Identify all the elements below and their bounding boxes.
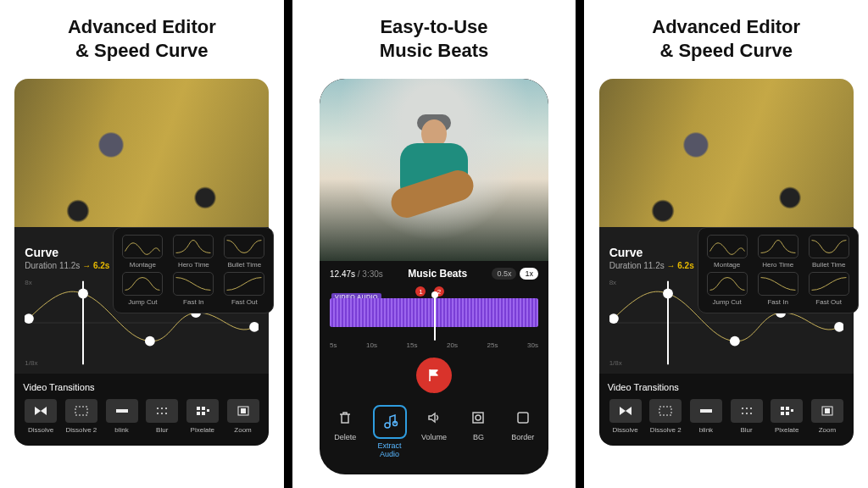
panel-editor-right: Advanced Editor & Speed Curve Montage He…	[576, 0, 868, 488]
y-axis-min: 1/8x	[25, 359, 37, 367]
curve-preset-hero-time[interactable]: Hero Time	[170, 235, 217, 269]
svg-rect-41	[786, 407, 789, 410]
editor-card: Montage Hero Time Bullet Time Jump Cut F…	[599, 79, 854, 446]
svg-point-31	[834, 322, 843, 332]
music-card: 12.47s / 3:30s Music Beats 0.5x 1x VIDEO…	[320, 79, 548, 474]
video-preview[interactable]	[599, 79, 854, 244]
svg-rect-33	[700, 409, 712, 413]
transition-dissolve[interactable]: Dissolve	[608, 399, 643, 434]
time-ticks: 5s 10s 15s 20s 25s 30s	[330, 341, 538, 349]
add-beat-flag-button[interactable]	[416, 358, 452, 393]
transitions-row: Dissolve Dissolve 2 blink Blur Pixelate	[23, 399, 260, 434]
svg-rect-25	[518, 413, 528, 423]
transition-dissolve2[interactable]: Dissolve 2	[64, 399, 99, 434]
panel-title: Easy-to-Use Music Beats	[380, 15, 488, 62]
video-preview[interactable]	[320, 79, 548, 261]
transitions-panel: Video Transitions Dissolve Dissolve 2 bl…	[14, 374, 269, 446]
tool-delete[interactable]: Delete	[323, 405, 367, 459]
curve-preset-fast-out[interactable]: Fast Out	[220, 272, 268, 306]
svg-point-12	[161, 413, 163, 414]
svg-point-37	[742, 413, 743, 414]
guitarist-figure	[383, 119, 485, 238]
title-line-2: Music Beats	[380, 40, 488, 61]
curve-preset-grid: Montage Hero Time Bullet Time Jump Cut F…	[119, 235, 268, 306]
title-line-1: Advanced Editor	[652, 16, 800, 37]
transitions-panel: Video Transitions Dissolve Dissolve 2 bl…	[599, 374, 854, 446]
transition-pixelate[interactable]: Pixelate	[769, 399, 804, 434]
curve-preset-jump-cut[interactable]: Jump Cut	[704, 272, 751, 306]
transitions-title: Video Transitions	[23, 382, 260, 392]
curve-preset-bullet-time[interactable]: Bullet Time	[805, 235, 853, 269]
dissolve2-icon	[65, 399, 97, 423]
panel-editor-left: Advanced Editor & Speed Curve Montage He…	[0, 0, 284, 488]
svg-point-5	[249, 322, 259, 332]
svg-point-34	[742, 408, 743, 409]
transition-blink[interactable]: blink	[688, 399, 724, 434]
panel-music-beats: Easy-to-Use Music Beats 12.47s / 3:30s M…	[284, 0, 576, 488]
tool-bg[interactable]: BG	[456, 405, 500, 459]
y-axis-max: 8x	[25, 279, 31, 286]
svg-point-35	[746, 408, 748, 409]
svg-rect-40	[781, 407, 784, 410]
transition-blink[interactable]: blink	[104, 399, 140, 434]
curve-preset-fast-in[interactable]: Fast In	[170, 272, 217, 306]
playhead[interactable]	[434, 295, 436, 341]
transition-blur[interactable]: Blur	[729, 399, 765, 434]
curve-preset-montage[interactable]: Montage	[704, 235, 751, 269]
tool-label: ExtractAudio	[367, 442, 411, 459]
curve-preset-hero-time[interactable]: Hero Time	[754, 235, 802, 269]
svg-point-11	[157, 413, 159, 414]
svg-point-3	[145, 336, 155, 347]
title-line-1: Advanced Editor	[68, 16, 216, 37]
transition-dissolve2[interactable]: Dissolve 2	[648, 399, 683, 434]
tool-volume[interactable]: Volume	[412, 405, 456, 459]
svg-point-8	[157, 408, 159, 409]
transition-zoom[interactable]: Zoom	[810, 399, 845, 434]
svg-rect-44	[791, 409, 793, 412]
speed-05x[interactable]: 0.5x	[492, 268, 516, 280]
transition-zoom[interactable]: Zoom	[225, 399, 261, 434]
blur-icon	[146, 399, 178, 423]
panel-title: Advanced Editor & Speed Curve	[68, 15, 216, 62]
extract-audio-icon	[373, 405, 407, 439]
curve-preset-bullet-time[interactable]: Bullet Time	[220, 235, 268, 269]
tool-border[interactable]: Border	[501, 405, 545, 459]
bg-icon	[465, 405, 491, 430]
svg-point-10	[165, 408, 167, 409]
curve-preset-fast-out[interactable]: Fast Out	[805, 272, 853, 306]
playback-speed: 0.5x 1x	[492, 268, 538, 280]
beats-title: Music Beats	[383, 268, 492, 280]
curve-preset-fast-in[interactable]: Fast In	[754, 272, 802, 306]
svg-point-21	[385, 423, 390, 428]
audio-timeline[interactable]: VIDEO AUDIO 1 2 5s 10s 15s 20s 25s 30s	[320, 286, 548, 352]
svg-rect-14	[197, 407, 200, 410]
beats-header: 12.47s / 3:30s Music Beats 0.5x 1x	[320, 261, 548, 286]
curve-presets-popup: Montage Hero Time Bullet Time Jump Cut F…	[113, 227, 274, 313]
title-line-2: & Speed Curve	[75, 40, 209, 61]
editor-card: Montage Hero Time Bullet Time Jump Cut F…	[14, 79, 269, 446]
tool-extract-audio[interactable]: ExtractAudio	[367, 405, 411, 459]
transition-blur[interactable]: Blur	[144, 399, 180, 434]
arrow-icon: →	[82, 261, 93, 270]
trash-icon	[332, 405, 358, 430]
video-preview[interactable]	[14, 79, 269, 244]
svg-rect-7	[116, 409, 128, 413]
title-line-2: & Speed Curve	[659, 40, 793, 61]
transition-pixelate[interactable]: Pixelate	[185, 399, 220, 434]
svg-rect-17	[202, 412, 205, 415]
volume-icon	[421, 405, 447, 430]
transitions-title: Video Transitions	[608, 382, 845, 392]
dissolve-icon	[25, 399, 57, 423]
transition-dissolve[interactable]: Dissolve	[23, 399, 58, 434]
svg-rect-23	[473, 413, 483, 423]
svg-rect-43	[786, 412, 789, 415]
beat-marker-1[interactable]: 1	[415, 286, 426, 297]
curve-presets-popup: Montage Hero Time Bullet Time Jump Cut F…	[698, 227, 859, 313]
curve-preset-montage[interactable]: Montage	[119, 235, 166, 269]
border-icon	[510, 405, 536, 430]
blink-icon	[106, 399, 138, 423]
svg-point-24	[476, 415, 481, 420]
speed-1x[interactable]: 1x	[520, 268, 538, 280]
curve-preset-jump-cut[interactable]: Jump Cut	[119, 272, 166, 306]
svg-point-39	[750, 413, 752, 414]
